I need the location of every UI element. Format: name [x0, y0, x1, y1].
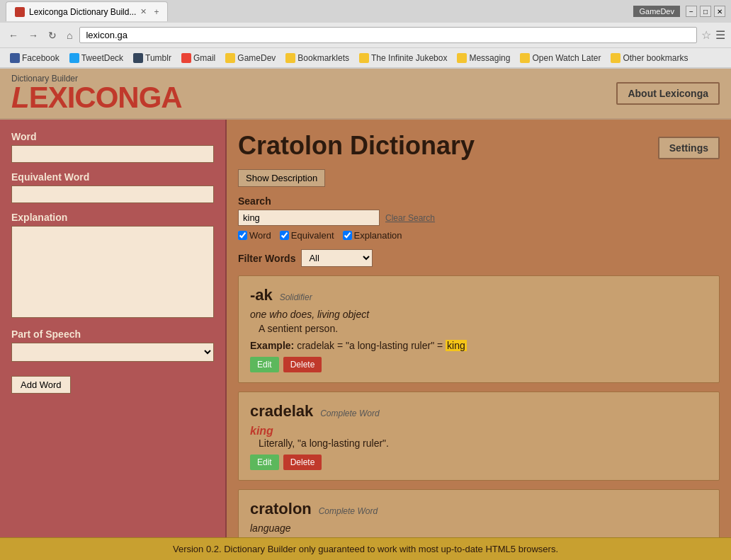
add-word-btn[interactable]: Add Word — [11, 376, 71, 394]
bookmark-tumblr-label: Tumblr — [145, 53, 171, 63]
bookmark-gamedev-label: GameDev — [237, 53, 276, 63]
browser-tab[interactable]: Lexiconga Dictionary Build... ✕ + — [6, 1, 168, 21]
search-row: Clear Search — [238, 210, 720, 226]
tumblr-icon — [133, 53, 143, 63]
edit-btn-ak[interactable]: Edit — [250, 357, 279, 372]
browser-chrome: Lexiconga Dictionary Build... ✕ + GameDe… — [0, 0, 731, 69]
bookmark-facebook[interactable]: Facebook — [6, 52, 64, 64]
footer: Version 0.2. Dictionary Builder only gua… — [0, 537, 731, 560]
gamedev-badge: GameDev — [633, 6, 680, 17]
other-folder-icon — [611, 53, 620, 63]
word-example-ak: Example: cradelak = "a long-lasting rule… — [250, 340, 708, 351]
word-equivalent-link-cradelak[interactable]: king — [250, 425, 708, 438]
bookmark-tweetdeck[interactable]: TweetDeck — [65, 52, 128, 64]
search-equivalent-checkbox[interactable] — [280, 231, 289, 240]
clear-search-btn[interactable]: Clear Search — [385, 213, 435, 223]
search-option-equivalent[interactable]: Equivalent — [280, 230, 334, 241]
word-card-ak: -ak Solidifier one who does, living obje… — [238, 275, 720, 383]
search-option-word[interactable]: Word — [238, 230, 271, 241]
part-of-speech-select[interactable]: Noun Verb Adjective Adverb Pronoun Prepo… — [11, 343, 214, 362]
main-content: Word Equivalent Word Explanation Part of… — [0, 120, 731, 541]
filter-select[interactable]: All Noun Verb Adjective Adverb — [301, 249, 373, 267]
word-type-cradelak: Complete Word — [320, 408, 379, 418]
bookmark-bookmarklets-label: Bookmarklets — [298, 53, 349, 63]
word-label: Word — [11, 131, 214, 142]
bookmarklets-folder-icon — [285, 53, 295, 63]
forward-btn[interactable]: → — [26, 28, 41, 42]
tab-favicon — [15, 7, 25, 17]
bookmark-facebook-label: Facebook — [22, 53, 60, 63]
close-btn[interactable]: ✕ — [714, 6, 725, 17]
word-card-cradelak-header: cradelak Complete Word — [250, 402, 708, 421]
jukebox-folder-icon — [359, 53, 369, 63]
example-label-ak: Example: — [250, 340, 294, 351]
search-word-checkbox[interactable] — [238, 231, 247, 240]
bookmark-messaging-label: Messaging — [469, 53, 510, 63]
tab-close-btn[interactable]: ✕ — [140, 7, 147, 16]
bookmarks-bar: Facebook TweetDeck Tumblr Gmail GameDev … — [0, 48, 731, 68]
explanation-textarea[interactable] — [11, 226, 214, 318]
word-explanation-cradelak: Literally, "a long-lasting ruler". — [259, 438, 708, 449]
page: Dictionary Builder LEXICONGA About Lexic… — [0, 69, 731, 541]
filter-row: Filter Words All Noun Verb Adjective Adv… — [238, 249, 720, 267]
bookmark-tweetdeck-label: TweetDeck — [81, 53, 123, 63]
show-description-btn[interactable]: Show Description — [238, 169, 325, 187]
tweetdeck-icon — [69, 53, 79, 63]
word-card-cratolon: cratolon Complete Word language — [238, 489, 720, 541]
left-panel: Word Equivalent Word Explanation Part of… — [0, 120, 227, 541]
bookmark-tumblr[interactable]: Tumblr — [129, 52, 176, 64]
right-panel: Cratolon Dictionary Settings Show Descri… — [227, 120, 731, 541]
part-of-speech-label: Part of Speech — [11, 328, 214, 340]
bookmark-gamedev[interactable]: GameDev — [221, 52, 280, 64]
minimize-btn[interactable]: − — [686, 6, 697, 17]
bookmark-open-watch-later[interactable]: Open Watch Later — [516, 52, 605, 64]
edit-btn-cradelak[interactable]: Edit — [250, 455, 279, 470]
search-equivalent-label: Equivalent — [291, 230, 334, 241]
title-bar-left: Lexiconga Dictionary Build... ✕ + — [6, 1, 168, 21]
browser-menu-btn[interactable]: ☰ — [715, 28, 725, 42]
page-header: Dictionary Builder LEXICONGA About Lexic… — [0, 69, 731, 120]
window-controls: − □ ✕ — [686, 6, 725, 17]
messaging-folder-icon — [457, 53, 467, 63]
home-btn[interactable]: ⌂ — [64, 28, 75, 42]
search-word-label: Word — [249, 230, 271, 241]
back-btn[interactable]: ← — [6, 28, 21, 42]
word-name-cradelak: cradelak — [250, 402, 313, 420]
word-card-ak-actions: Edit Delete — [250, 357, 708, 372]
bookmark-other[interactable]: Other bookmarks — [606, 52, 692, 64]
delete-btn-cradelak[interactable]: Delete — [283, 455, 322, 470]
search-option-explanation[interactable]: Explanation — [343, 230, 402, 241]
bookmark-gmail-label: Gmail — [193, 53, 215, 63]
logo: Dictionary Builder LEXICONGA — [11, 74, 182, 113]
dict-title: Cratolon Dictionary — [238, 131, 475, 161]
footer-text: Version 0.2. Dictionary Builder only gua… — [173, 544, 558, 554]
word-name-cratolon: cratolon — [250, 500, 312, 518]
word-group: Word — [11, 131, 214, 163]
search-input[interactable] — [238, 210, 380, 226]
delete-btn-ak[interactable]: Delete — [283, 357, 322, 372]
search-label: Search — [238, 195, 720, 207]
reload-btn[interactable]: ↻ — [45, 28, 60, 42]
bookmark-bookmarklets[interactable]: Bookmarklets — [281, 52, 353, 64]
word-equivalent-ak: one who does, living object — [250, 309, 708, 320]
bookmark-star-btn[interactable]: ☆ — [701, 28, 711, 42]
nav-bar: ← → ↻ ⌂ ☆ ☰ — [0, 23, 731, 48]
bookmark-watch-later-label: Open Watch Later — [532, 53, 601, 63]
equivalent-word-input[interactable] — [11, 185, 214, 203]
bookmark-gmail[interactable]: Gmail — [177, 52, 220, 64]
bookmark-infinite-jukebox[interactable]: The Infinite Jukebox — [355, 52, 451, 64]
word-explanation-ak: A sentient person. — [259, 323, 708, 334]
new-tab-btn[interactable]: + — [154, 7, 159, 17]
bookmark-messaging[interactable]: Messaging — [453, 52, 514, 64]
search-explanation-checkbox[interactable] — [343, 231, 352, 240]
bookmark-other-label: Other bookmarks — [623, 53, 688, 63]
address-bar[interactable] — [79, 27, 697, 43]
word-name-ak: -ak — [250, 286, 273, 304]
maximize-btn[interactable]: □ — [700, 6, 711, 17]
gmail-icon — [181, 53, 191, 63]
tab-title: Lexiconga Dictionary Build... — [29, 7, 136, 17]
word-input[interactable] — [11, 145, 214, 163]
example-highlight-ak: king — [446, 340, 467, 351]
about-btn[interactable]: About Lexiconga — [616, 82, 720, 105]
settings-btn[interactable]: Settings — [658, 137, 720, 159]
